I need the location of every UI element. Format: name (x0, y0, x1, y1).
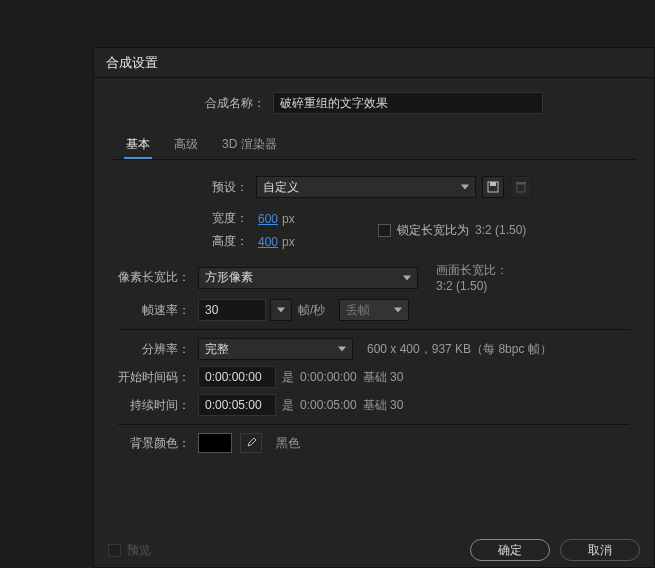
eyedropper-button[interactable] (240, 433, 262, 453)
lock-aspect-label: 锁定长宽比为 (397, 222, 469, 239)
svg-rect-2 (517, 184, 525, 192)
eyedropper-icon (245, 437, 257, 449)
start-timecode-input[interactable] (198, 366, 276, 388)
start-basis: 基础 30 (363, 369, 404, 386)
bg-color-swatch[interactable] (198, 433, 232, 453)
duration-input[interactable] (198, 394, 276, 416)
svg-rect-3 (516, 182, 526, 184)
par-select[interactable]: 方形像素 (198, 267, 418, 289)
start-is: 是 (282, 369, 294, 386)
tab-renderer[interactable]: 3D 渲染器 (220, 132, 279, 159)
basic-panel: 预设： 自定义 宽度： 600 px 高度： (112, 159, 636, 463)
start-timecode-label: 开始时间码： (118, 369, 198, 386)
start-base: 0:00:00:00 (300, 370, 357, 384)
comp-name-input[interactable] (273, 92, 543, 114)
trash-icon (516, 181, 526, 193)
dur-base: 0:00:05:00 (300, 398, 357, 412)
fps-label: 帧速率： (118, 302, 198, 319)
resolution-info: 600 x 400，937 KB（每 8bpc 帧） (367, 341, 552, 358)
window-title: 合成设置 (94, 48, 654, 78)
fps-unit: 帧/秒 (298, 302, 325, 319)
preview-checkbox (108, 544, 121, 557)
frame-aspect-label: 画面长宽比： (436, 262, 508, 279)
dialog-body: 合成名称： 基本 高级 3D 渲染器 预设： 自定义 (94, 78, 654, 463)
resolution-select[interactable]: 完整 (198, 338, 353, 360)
lock-aspect-checkbox[interactable] (378, 224, 391, 237)
fps-input[interactable] (198, 299, 266, 321)
cancel-button[interactable]: 取消 (560, 539, 640, 561)
lock-aspect-ratio: 3:2 (1.50) (475, 223, 526, 237)
delete-preset-button (510, 176, 532, 198)
bg-color-label: 背景颜色： (118, 435, 198, 452)
height-value[interactable]: 400 (258, 235, 278, 249)
save-preset-button[interactable] (482, 176, 504, 198)
width-label: 宽度： (208, 210, 256, 227)
tab-basic[interactable]: 基本 (124, 132, 152, 159)
svg-rect-1 (490, 182, 496, 186)
tab-advanced[interactable]: 高级 (172, 132, 200, 159)
dialog-footer: 预览 确定 取消 (108, 539, 640, 561)
preset-select[interactable]: 自定义 (256, 176, 476, 198)
save-icon (487, 181, 499, 193)
fps-dropdown[interactable] (270, 299, 292, 321)
frame-aspect-value: 3:2 (1.50) (436, 279, 508, 293)
height-label: 高度： (208, 233, 256, 250)
width-unit: px (282, 212, 295, 226)
height-unit: px (282, 235, 295, 249)
par-label: 像素长宽比： (118, 269, 198, 286)
preview-label: 预览 (127, 542, 151, 559)
ok-button[interactable]: 确定 (470, 539, 550, 561)
bg-color-name: 黑色 (276, 435, 300, 452)
preset-label: 预设： (208, 179, 256, 196)
composition-settings-dialog: 合成设置 合成名称： 基本 高级 3D 渲染器 预设： 自定义 (93, 47, 655, 568)
comp-name-label: 合成名称： (205, 95, 273, 112)
dropframe-select: 丢帧 (339, 299, 409, 321)
width-value[interactable]: 600 (258, 212, 278, 226)
resolution-label: 分辨率： (118, 341, 198, 358)
duration-label: 持续时间： (118, 397, 198, 414)
dur-is: 是 (282, 397, 294, 414)
tabs: 基本 高级 3D 渲染器 (112, 124, 636, 159)
dur-basis: 基础 30 (363, 397, 404, 414)
